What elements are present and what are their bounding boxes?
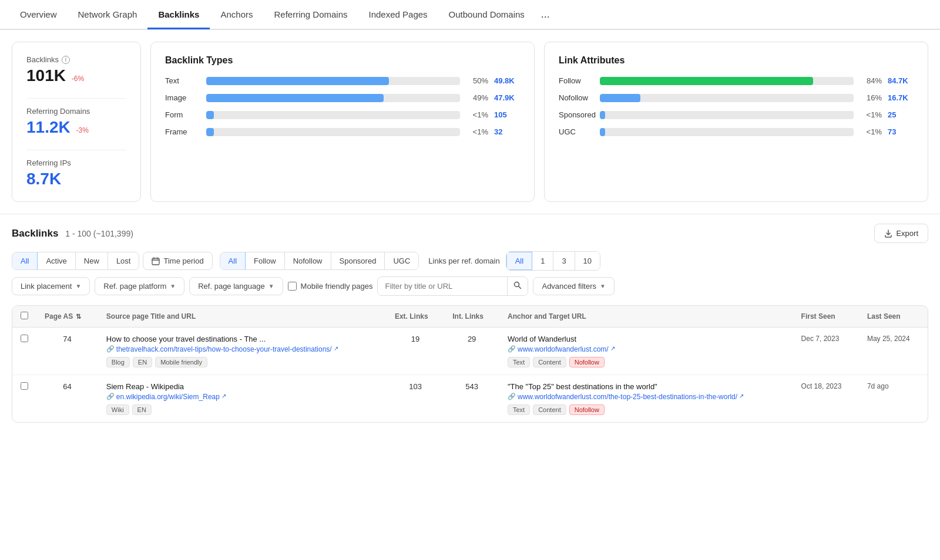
bar-label-nofollow: Nofollow <box>559 93 594 102</box>
external-link-icon: ↗ <box>221 393 226 399</box>
bar-label-follow: Follow <box>559 76 594 85</box>
backlinks-stat: Backlinks i 101K -6% <box>26 55 126 85</box>
referring-ips-stat: Referring IPs 8.7K <box>26 158 126 188</box>
status-active-button[interactable]: Active <box>38 252 75 269</box>
bar-count-image: 47.9K <box>494 93 520 102</box>
sort-icon: ⇅ <box>76 313 81 321</box>
row1-ext-links: 19 <box>387 328 444 375</box>
nav-item-outbound-domains[interactable]: Outbound Domains <box>438 1 535 29</box>
links-3-button[interactable]: 3 <box>553 252 575 270</box>
search-button[interactable] <box>507 277 528 295</box>
backlinks-label: Backlinks <box>26 55 59 64</box>
backlinks-section: Backlinks 1 - 100 (~101,399) Export All … <box>0 214 940 423</box>
backlinks-info-icon[interactable]: i <box>62 56 70 64</box>
tag-text: Text <box>508 357 530 367</box>
row2-anchor-url[interactable]: 🔗 www.worldofwanderlust.com/the-top-25-b… <box>508 393 785 401</box>
referring-ips-label: Referring IPs <box>26 158 71 167</box>
bar-track-frame <box>206 128 460 136</box>
external-link-icon: ↗ <box>610 345 615 352</box>
table-body: 74 How to choose your travel destination… <box>12 328 928 423</box>
bar-count-nofollow: 16.7K <box>888 93 914 102</box>
search-input[interactable] <box>378 278 507 295</box>
row2-url[interactable]: 🔗 en.wikipedia.org/wiki/Siem_Reap ↗ <box>106 393 378 401</box>
advanced-filters-button[interactable]: Advanced filters ▼ <box>533 277 614 295</box>
type-sponsored-button[interactable]: Sponsored <box>331 252 385 269</box>
row1-checkbox-cell <box>12 328 36 375</box>
table-row: 64 Siem Reap - Wikipedia 🔗 en.wikipedia.… <box>12 375 928 423</box>
bar-label-form: Form <box>165 110 200 119</box>
mobile-friendly-checkbox[interactable] <box>288 282 297 291</box>
bar-label-ugc: UGC <box>559 127 594 136</box>
globe-icon: 🔗 <box>106 345 115 353</box>
tag-content: Content <box>533 357 566 367</box>
bar-fill-nofollow <box>600 94 640 102</box>
links-all-button[interactable]: All <box>506 252 532 270</box>
nav-item-network-graph[interactable]: Network Graph <box>68 1 148 29</box>
row2-int-links: 543 <box>444 375 499 423</box>
tag-nofollow: Nofollow <box>569 357 605 367</box>
tag-text: Text <box>508 404 530 415</box>
row1-url[interactable]: 🔗 thetravelhack.com/travel-tips/how-to-c… <box>106 345 378 353</box>
external-link-icon: ↗ <box>334 345 338 352</box>
external-link-icon: ↗ <box>739 393 744 399</box>
nav-item-overview[interactable]: Overview <box>9 1 68 29</box>
select-all-checkbox[interactable] <box>21 312 28 319</box>
nav-item-backlinks[interactable]: Backlinks <box>147 1 210 29</box>
bar-fill-sponsored <box>600 111 605 119</box>
bar-row-nofollow: Nofollow 16% 16.7K <box>559 93 914 102</box>
bar-count-ugc: 73 <box>888 127 914 136</box>
backlinks-table: Page AS ⇅ Source page Title and URL Ext.… <box>12 306 928 422</box>
nav-item-indexed-pages[interactable]: Indexed Pages <box>358 1 438 29</box>
search-box <box>377 276 528 296</box>
mobile-friendly-checkbox-label: Mobile friendly pages <box>288 282 373 291</box>
bar-row-sponsored: Sponsored <1% 25 <box>559 110 914 119</box>
th-source-page: Source page Title and URL <box>98 306 387 328</box>
row1-anchor-url[interactable]: 🔗 www.worldofwanderlust.com/ ↗ <box>508 345 785 353</box>
type-all-button[interactable]: All <box>220 252 246 269</box>
ref-page-platform-dropdown[interactable]: Ref. page platform ▼ <box>95 277 184 295</box>
section-header: Backlinks 1 - 100 (~101,399) Export <box>12 224 928 243</box>
bar-pct-frame: <1% <box>466 127 488 136</box>
top-nav: Overview Network Graph Backlinks Anchors… <box>0 0 940 30</box>
type-follow-button[interactable]: Follow <box>246 252 285 269</box>
row1-checkbox[interactable] <box>21 335 28 342</box>
filters-row2: Link placement ▼ Ref. page platform ▼ Re… <box>12 276 928 296</box>
time-period-button[interactable]: Time period <box>143 252 212 270</box>
type-nofollow-button[interactable]: Nofollow <box>285 252 331 269</box>
section-title-area: Backlinks 1 - 100 (~101,399) <box>12 228 133 239</box>
links-10-button[interactable]: 10 <box>575 252 600 270</box>
link-attributes-rows: Follow 84% 84.7K Nofollow 16% 16.7K Spon… <box>559 76 914 136</box>
bar-track-text <box>206 77 460 85</box>
tag-en: EN <box>133 357 152 367</box>
bar-pct-sponsored: <1% <box>860 110 882 119</box>
row2-checkbox[interactable] <box>21 382 28 390</box>
filters-row1: All Active New Lost Time period All Foll… <box>12 251 928 271</box>
chevron-down-icon: ▼ <box>600 283 606 289</box>
nav-more-button[interactable]: ... <box>535 0 556 29</box>
status-new-button[interactable]: New <box>76 252 108 269</box>
links-1-button[interactable]: 1 <box>532 252 553 270</box>
type-ugc-button[interactable]: UGC <box>385 252 418 269</box>
referring-domains-value: 11.2K <box>26 118 70 136</box>
status-lost-button[interactable]: Lost <box>108 252 139 269</box>
bar-track-nofollow <box>600 94 854 102</box>
tag-en: EN <box>132 404 152 415</box>
row1-anchor-title: World of Wanderlust <box>508 335 785 343</box>
bar-label-frame: Frame <box>165 127 200 136</box>
link-placement-dropdown[interactable]: Link placement ▼ <box>12 277 90 295</box>
row1-title: How to choose your travel destinations -… <box>106 335 378 343</box>
row2-ext-links: 103 <box>387 375 444 423</box>
ref-page-language-dropdown[interactable]: Ref. page language ▼ <box>189 277 283 295</box>
row1-page-as: 74 <box>36 328 98 375</box>
status-all-button[interactable]: All <box>12 252 38 269</box>
backlinks-table-wrap: Page AS ⇅ Source page Title and URL Ext.… <box>12 305 928 423</box>
th-int-links: Int. Links <box>444 306 499 328</box>
referring-domains-change: -3% <box>76 126 89 134</box>
nav-item-anchors[interactable]: Anchors <box>210 1 263 29</box>
row1-first-seen: Dec 7, 2023 <box>793 328 859 375</box>
nav-item-referring-domains[interactable]: Referring Domains <box>263 1 358 29</box>
globe-icon: 🔗 <box>508 345 516 353</box>
export-button[interactable]: Export <box>874 224 928 243</box>
bar-row-text: Text 50% 49.8K <box>165 76 520 85</box>
bar-row-frame: Frame <1% 32 <box>165 127 520 136</box>
